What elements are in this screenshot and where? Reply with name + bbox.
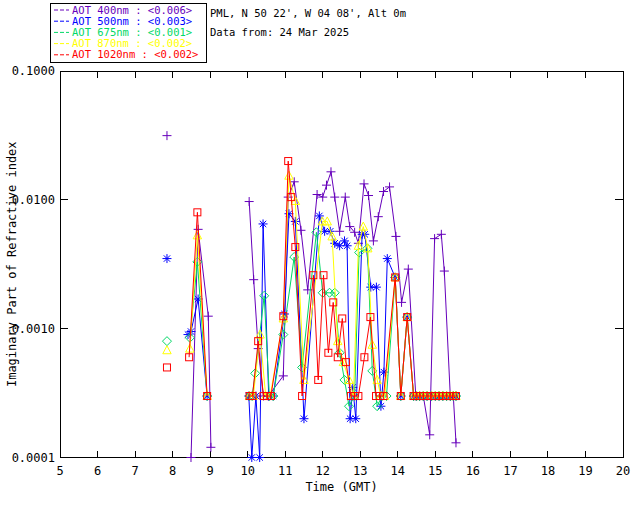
plus-marker-icon: [313, 190, 322, 199]
y-axis-label: Imaginary Part of Refractive index: [5, 141, 19, 387]
series-line: [249, 172, 456, 443]
x-tick-label: 11: [278, 464, 292, 478]
plus-marker-icon: [360, 179, 369, 188]
plus-marker-icon: [245, 197, 254, 206]
plus-marker-icon: [330, 193, 339, 202]
plus-marker-icon: [186, 453, 195, 462]
legend-entry-label: AOT 675nm : <0.001>: [72, 26, 192, 38]
asterisk-marker-icon: [372, 283, 381, 292]
asterisk-marker-icon: [259, 219, 268, 228]
plus-marker-icon: [451, 438, 460, 447]
plot-frame: [60, 71, 623, 458]
plus-marker-icon: [385, 182, 394, 191]
asterisk-marker-icon: [299, 414, 308, 423]
x-tick-label: 19: [578, 464, 592, 478]
aeronet-refractive-index-plot: PML, N 50 22', W 04 08', Alt 0m Data fro…: [0, 0, 640, 512]
x-tick-label: 14: [391, 464, 405, 478]
plus-marker-icon: [249, 275, 258, 284]
plus-marker-icon: [425, 430, 434, 439]
plus-marker-icon: [374, 212, 383, 221]
series-line: [250, 161, 457, 396]
x-tick-label: 17: [503, 464, 517, 478]
series-line: [250, 176, 457, 396]
y-tick-label: 0.1000: [12, 64, 55, 78]
asterisk-marker-icon: [247, 453, 256, 462]
plus-marker-icon: [364, 191, 373, 200]
plus-marker-icon: [279, 371, 288, 380]
x-tick-label: 20: [616, 464, 630, 478]
legend-entry-label: AOT 870nm : <0.002>: [72, 37, 192, 49]
legend-entry-label: AOT 400nm : <0.006>: [72, 4, 192, 16]
asterisk-marker-icon: [383, 254, 392, 263]
refractive-index-chart: 5678910111213141516171819200.10000.01000…: [0, 0, 640, 512]
plus-marker-icon: [296, 226, 305, 235]
asterisk-marker-icon: [315, 211, 324, 220]
series-aot-1020nm: [163, 158, 459, 400]
asterisk-marker-icon: [291, 217, 300, 226]
x-axis-label: Time (GMT): [305, 480, 377, 494]
series-aot-870nm: [163, 171, 460, 399]
plus-marker-icon: [440, 267, 449, 276]
x-tick-label: 16: [466, 464, 480, 478]
diamond-marker-icon: [162, 337, 171, 346]
x-tick-label: 5: [56, 464, 63, 478]
x-tick-label: 18: [541, 464, 555, 478]
plus-marker-icon: [379, 187, 388, 196]
legend-entry-label: AOT 500nm : <0.003>: [72, 15, 192, 27]
plus-marker-icon: [391, 232, 400, 241]
square-marker-icon: [163, 364, 170, 371]
legend-entry-label: AOT 1020nm : <0.002>: [72, 48, 198, 60]
plus-marker-icon: [204, 312, 213, 321]
plus-marker-icon: [430, 234, 439, 243]
y-tick-label: 0.0001: [12, 451, 55, 465]
asterisk-marker-icon: [340, 236, 349, 245]
x-tick-label: 13: [353, 464, 367, 478]
x-tick-label: 12: [316, 464, 330, 478]
asterisk-marker-icon: [343, 241, 352, 250]
x-tick-label: 8: [169, 464, 176, 478]
plus-marker-icon: [206, 443, 215, 452]
plus-marker-icon: [404, 265, 413, 274]
plus-marker-icon: [341, 193, 350, 202]
plus-marker-icon: [437, 230, 446, 239]
plus-marker-icon: [162, 131, 171, 140]
asterisk-marker-icon: [351, 414, 360, 423]
plus-marker-icon: [369, 236, 378, 245]
asterisk-marker-icon: [255, 453, 264, 462]
plus-marker-icon: [335, 227, 344, 236]
asterisk-marker-icon: [162, 254, 171, 263]
plus-marker-icon: [322, 181, 331, 190]
triangle-marker-icon: [163, 346, 171, 354]
plus-marker-icon: [326, 167, 335, 176]
x-tick-label: 6: [94, 464, 101, 478]
asterisk-marker-icon: [376, 402, 385, 411]
x-tick-label: 10: [240, 464, 254, 478]
legend: AOT 400nm : <0.006>AOT 500nm : <0.003>AO…: [51, 4, 207, 63]
x-tick-label: 7: [131, 464, 138, 478]
x-tick-label: 15: [428, 464, 442, 478]
plus-marker-icon: [318, 193, 327, 202]
x-tick-label: 9: [207, 464, 214, 478]
plus-marker-icon: [397, 298, 406, 307]
